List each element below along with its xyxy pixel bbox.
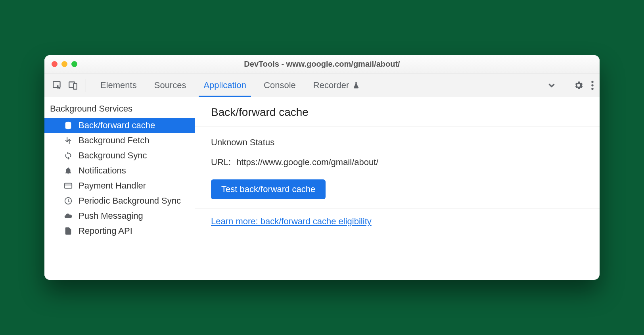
test-bfcache-button[interactable]: Test back/forward cache: [211, 179, 326, 199]
sidebar-item-label: Background Sync: [79, 150, 147, 161]
inspect-icon[interactable]: [50, 78, 64, 92]
card-icon: [63, 181, 73, 191]
sidebar-item-label: Push Messaging: [79, 211, 143, 221]
sidebar-item-label: Reporting API: [79, 226, 132, 236]
zoom-window-button[interactable]: [71, 61, 77, 67]
titlebar: DevTools - www.google.com/gmail/about/: [44, 55, 600, 73]
url-label: URL:: [211, 157, 231, 168]
tab-application[interactable]: Application: [195, 73, 255, 97]
window-controls: [44, 61, 77, 67]
sidebar-item-push[interactable]: Push Messaging: [44, 208, 195, 223]
tab-label: Elements: [100, 80, 137, 90]
tab-label: Application: [203, 80, 246, 90]
device-icon[interactable]: [66, 78, 80, 92]
sidebar-item-periodic-sync[interactable]: Periodic Background Sync: [44, 193, 195, 208]
sidebar-item-label: Background Fetch: [79, 135, 150, 146]
sidebar-item-label: Notifications: [79, 166, 126, 176]
svg-point-5: [591, 87, 593, 89]
status-text: Unknown Status: [211, 137, 584, 148]
svg-rect-2: [73, 83, 77, 89]
sidebar-item-bfcache[interactable]: Back/forward cache: [44, 118, 195, 133]
bell-icon: [63, 166, 73, 175]
window-title: DevTools - www.google.com/gmail/about/: [44, 60, 600, 69]
toolbar-right: [546, 80, 594, 90]
sidebar-item-notifications[interactable]: Notifications: [44, 163, 195, 178]
cloud-icon: [63, 211, 73, 221]
gear-icon[interactable]: [573, 80, 584, 90]
tab-sources[interactable]: Sources: [146, 73, 195, 97]
content: Background Services Back/forward cache B…: [44, 97, 600, 280]
sidebar-item-label: Back/forward cache: [79, 120, 155, 131]
tab-label: Console: [264, 80, 296, 90]
sidebar-item-bg-sync[interactable]: Background Sync: [44, 148, 195, 163]
main-panel: Back/forward cache Unknown Status URL: h…: [195, 97, 600, 280]
sidebar-item-label: Payment Handler: [79, 181, 146, 191]
url-row: URL: https://www.google.com/gmail/about/: [211, 157, 584, 168]
minimize-window-button[interactable]: [61, 61, 67, 67]
flask-icon: [352, 81, 360, 89]
toolbar: Elements Sources Application Console Rec…: [44, 73, 600, 97]
file-icon: [63, 226, 73, 236]
svg-rect-7: [65, 183, 72, 189]
tab-recorder[interactable]: Recorder: [305, 73, 369, 97]
tab-elements[interactable]: Elements: [92, 73, 146, 97]
svg-point-3: [591, 81, 593, 83]
main-title: Back/forward cache: [195, 97, 600, 127]
fetch-icon: [63, 136, 73, 145]
devtools-window: DevTools - www.google.com/gmail/about/ E…: [44, 55, 600, 280]
tab-label: Sources: [154, 80, 186, 90]
learn-more-link[interactable]: Learn more: back/forward cache eligibili…: [211, 216, 372, 226]
sidebar-header: Background Services: [44, 97, 195, 118]
database-icon: [63, 121, 73, 130]
svg-rect-0: [53, 81, 60, 87]
kebab-icon[interactable]: [591, 80, 594, 90]
url-value: https://www.google.com/gmail/about/: [236, 157, 378, 168]
sidebar-item-bg-fetch[interactable]: Background Fetch: [44, 133, 195, 148]
sync-icon: [63, 151, 73, 160]
overflow-icon[interactable]: [546, 80, 557, 90]
sidebar-item-label: Periodic Background Sync: [79, 196, 181, 206]
close-window-button[interactable]: [52, 61, 58, 67]
toolbar-separator: [86, 79, 86, 92]
svg-point-4: [591, 84, 593, 86]
clock-icon: [63, 196, 73, 206]
sidebar-item-payment[interactable]: Payment Handler: [44, 178, 195, 193]
tabs: Elements Sources Application Console Rec…: [92, 73, 545, 97]
tab-console[interactable]: Console: [255, 73, 305, 97]
main-body: Unknown Status URL: https://www.google.c…: [195, 127, 600, 208]
tab-label: Recorder: [313, 80, 349, 90]
main-footer: Learn more: back/forward cache eligibili…: [195, 208, 600, 235]
sidebar: Background Services Back/forward cache B…: [44, 97, 195, 280]
sidebar-item-reporting[interactable]: Reporting API: [44, 223, 195, 239]
